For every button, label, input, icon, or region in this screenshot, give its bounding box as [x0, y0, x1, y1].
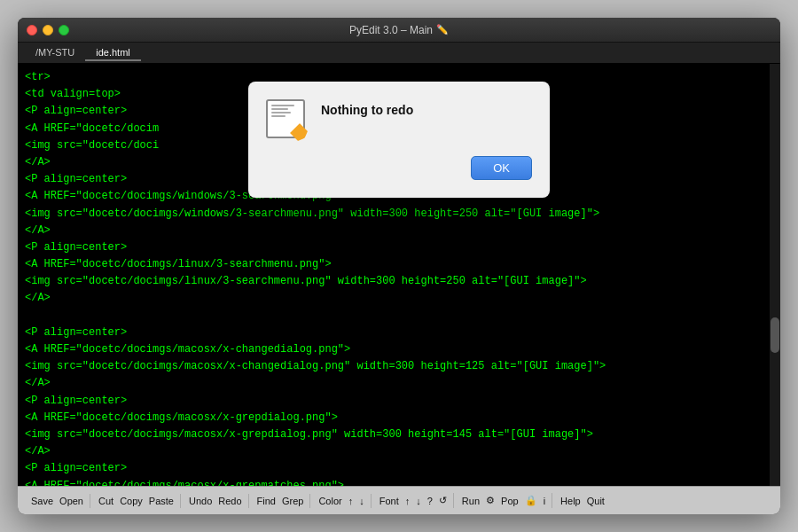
editor-area[interactable]: <tr> <td valign=top> <P align=center> <A… — [18, 64, 780, 486]
toolbar-group-edit: Cut Copy Paste — [92, 494, 181, 508]
font-button[interactable]: Font — [377, 494, 402, 508]
minimize-button[interactable] — [43, 25, 53, 35]
notepad-icon — [266, 99, 305, 138]
notepad-line-2 — [271, 108, 288, 110]
notepad-line-3 — [271, 112, 291, 113]
copy-button[interactable]: Copy — [117, 494, 145, 508]
font-up-icon: ↑ — [405, 496, 411, 506]
lock-icon: 🔒 — [525, 495, 537, 505]
tab-ide-html[interactable]: ide.html — [85, 45, 141, 61]
dialog-title: Nothing to redo — [321, 103, 413, 117]
pencil-icon: ✏️ — [436, 24, 449, 35]
run-button[interactable]: Run — [459, 494, 482, 508]
down-arrow-icon: ↓ — [359, 496, 364, 506]
up-arrow-icon: ↑ — [348, 496, 354, 506]
toolbar: Save Open Cut Copy Paste Undo Redo Find … — [18, 486, 780, 514]
notepad-line-4 — [271, 115, 286, 117]
toolbar-group-file: Save Open — [25, 494, 90, 508]
pop-button[interactable]: Pop — [498, 494, 521, 508]
dialog-header: Nothing to redo — [266, 99, 532, 142]
font-up-button[interactable]: ↑ — [403, 494, 413, 508]
tab-my-stu[interactable]: /MY-STU — [25, 45, 85, 61]
traffic-lights — [27, 25, 69, 35]
undo-button[interactable]: Undo — [186, 494, 215, 508]
font-help-button[interactable]: ? — [425, 494, 435, 508]
cut-button[interactable]: Cut — [96, 494, 116, 508]
dialog-ok-button[interactable]: OK — [471, 156, 532, 180]
color-button[interactable]: Color — [316, 494, 344, 508]
maximize-button[interactable] — [59, 25, 69, 35]
color-up-button[interactable]: ↑ — [346, 494, 356, 508]
save-button[interactable]: Save — [28, 494, 56, 508]
redo-button[interactable]: Redo — [215, 494, 244, 508]
window-title: PyEdit 3.0 – Main ✏️ — [349, 24, 449, 36]
toolbar-group-color: Color ↑ ↓ — [312, 494, 371, 508]
title-text: PyEdit 3.0 – Main — [349, 24, 433, 36]
reset-icon: ↺ — [439, 495, 447, 505]
find-button[interactable]: Find — [254, 494, 278, 508]
main-window: PyEdit 3.0 – Main ✏️ /MY-STU ide.html <t… — [18, 18, 780, 514]
gear-icon: ⚙ — [486, 495, 495, 505]
toolbar-group-font: Font ↑ ↓ ? ↺ — [373, 493, 454, 508]
title-bar: PyEdit 3.0 – Main ✏️ — [18, 18, 780, 43]
dialog-overlay: Nothing to redo OK — [18, 64, 780, 486]
font-reset-button[interactable]: ↺ — [436, 493, 450, 508]
alert-dialog: Nothing to redo OK — [248, 82, 550, 198]
grep-button[interactable]: Grep — [279, 494, 306, 508]
dialog-footer: OK — [266, 156, 532, 180]
notepad-pencil-icon — [290, 123, 310, 144]
info-button[interactable]: i — [541, 494, 548, 508]
open-button[interactable]: Open — [57, 494, 86, 508]
font-down-icon: ↓ — [416, 496, 421, 506]
toolbar-group-undo: Undo Redo — [183, 494, 249, 508]
quit-button[interactable]: Quit — [584, 494, 607, 508]
paste-button[interactable]: Paste — [146, 494, 176, 508]
notepad-line-1 — [271, 105, 294, 106]
toolbar-group-search: Find Grep — [251, 494, 311, 508]
dialog-icon — [266, 99, 309, 142]
font-down-button[interactable]: ↓ — [413, 494, 424, 508]
close-button[interactable] — [27, 25, 37, 35]
toolbar-group-run: Run ⚙ Pop 🔒 i — [456, 493, 552, 508]
help-button[interactable]: Help — [558, 494, 583, 508]
run-settings-button[interactable]: ⚙ — [483, 493, 497, 508]
lock-button[interactable]: 🔒 — [522, 493, 540, 508]
tab-bar: /MY-STU ide.html — [18, 43, 780, 64]
color-down-button[interactable]: ↓ — [356, 494, 367, 508]
toolbar-group-help: Help Quit — [554, 494, 611, 508]
